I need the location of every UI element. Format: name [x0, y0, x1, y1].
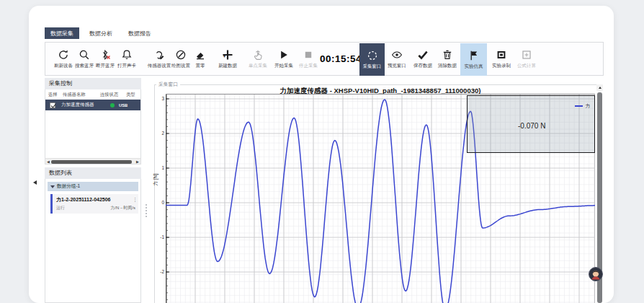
- data-item-status: 运行: [56, 205, 65, 211]
- check-icon: [417, 49, 429, 61]
- y-tick-label: 1: [156, 165, 164, 170]
- connection-status-dot: [110, 103, 115, 107]
- sensor-table-header: 选择传感器名称连接状态类型: [45, 89, 140, 100]
- open-soundcard-label: 打开声卡: [117, 63, 136, 69]
- chart-area: 采集窗口 力加速度传感器 - XHSP-V10HID_path_-1981348…: [153, 78, 604, 303]
- clear-data-label: 清除数据: [438, 63, 457, 69]
- tab-数据报告[interactable]: 数据报告: [122, 27, 157, 39]
- waveform-plot[interactable]: 力 -0.070 N 3210-1-2: [166, 94, 595, 303]
- data-item-title: 力1-2-20251112-042506: [56, 196, 135, 203]
- dashed-circle-icon: [367, 50, 378, 61]
- legend-line-icon: [575, 105, 583, 107]
- stop-collect-label: 停止采集: [299, 63, 318, 69]
- single-point-label: 单点采集: [249, 63, 267, 69]
- eye-icon: [391, 49, 403, 61]
- data-item-axes: 力/N－时间/s: [110, 205, 135, 211]
- zoom-selection-overlay[interactable]: 力 -0.070 N: [467, 95, 595, 153]
- group-label: 数据分组-1: [57, 183, 80, 190]
- cursor-value-readout: -0.070 N: [518, 122, 545, 130]
- tab-bar: 数据采集数据分析数据报告: [45, 27, 157, 39]
- open-soundcard-button[interactable]: 打开声卡: [111, 43, 143, 75]
- y-tick-label: 2: [156, 131, 164, 136]
- scroll-left-icon[interactable]: ◀: [45, 159, 51, 164]
- sensor-checkbox[interactable]: [50, 102, 55, 108]
- experiment-sim-button[interactable]: 实验仿真: [460, 43, 487, 76]
- bluetooth-off-icon: [99, 49, 111, 61]
- formula-calc-button[interactable]: 公式计算: [511, 43, 542, 75]
- eraser-icon: [194, 49, 206, 61]
- chart-legend: 力: [575, 102, 590, 110]
- experiment-sim-label: 实验仿真: [465, 63, 483, 70]
- search-icon: [79, 49, 90, 61]
- scroll-right-icon[interactable]: ▶: [135, 159, 140, 164]
- y-tick-label: -2: [156, 269, 164, 274]
- y-tick-label: 0: [156, 200, 164, 205]
- preview-window-label: 预览窗口: [388, 63, 406, 69]
- group-expand-icon[interactable]: [50, 185, 55, 188]
- sensor-icon: [153, 49, 165, 61]
- refresh-icon: [58, 49, 69, 61]
- column-header: 选择: [45, 92, 63, 98]
- column-header: 连接状态: [100, 92, 126, 98]
- column-header: 传感器名称: [63, 92, 100, 98]
- stop-icon: [303, 49, 314, 61]
- legend-label: 力: [585, 102, 590, 110]
- y-axis-label: 力 [N]: [152, 174, 159, 186]
- hscroll-thumb[interactable]: [51, 160, 132, 164]
- sensor-table: 选择传感器名称连接状态类型 力加速度传感器USB ◀ ▶: [45, 89, 141, 164]
- data-list-item[interactable]: 力1-2-20251112-042506运行力/N－时间/s⋮: [50, 194, 138, 214]
- splitter-grip-icon: [146, 204, 147, 217]
- clear-data-button[interactable]: 清除数据: [431, 43, 463, 75]
- experiment-record-label: 实验录制: [492, 63, 511, 69]
- sensor-type: USB: [119, 103, 128, 107]
- collection-panel-title: 采集控制: [45, 78, 141, 89]
- scroll-up-icon[interactable]: [596, 84, 603, 91]
- toolbar: 00:15:54 刷新设备搜索蓝牙断开蓝牙打开声卡传感器设置绘图设置置零▾新建数…: [45, 42, 604, 76]
- stop-collect-button[interactable]: 停止采集: [292, 43, 324, 75]
- save-data-label: 保存数据: [413, 63, 432, 69]
- play-icon: [278, 49, 290, 61]
- set-zero-label: 置零: [196, 63, 205, 69]
- new-data-label: 新建数据: [218, 63, 237, 69]
- start-collect-label: 开始采集: [274, 63, 293, 69]
- sensor-row[interactable]: 力加速度传感器USB: [45, 100, 140, 110]
- assistant-avatar-button[interactable]: [589, 267, 603, 281]
- screen-icon: [496, 49, 507, 61]
- plus-icon: [222, 49, 233, 61]
- avatar-icon: [589, 267, 603, 281]
- collapse-arrow-icon: [33, 180, 37, 185]
- data-group-header[interactable]: 数据分组-1: [48, 182, 138, 191]
- formula-calc-label: 公式计算: [517, 63, 536, 69]
- new-data-button[interactable]: 新建数据: [212, 43, 243, 75]
- trash-icon: [442, 49, 453, 61]
- collection-control-panel: 采集控制 选择传感器名称连接状态类型 力加速度传感器USB ◀ ▶: [45, 78, 141, 164]
- flag-icon: [468, 50, 480, 61]
- formula-icon: [521, 49, 532, 61]
- tab-数据采集[interactable]: 数据采集: [45, 27, 79, 39]
- sensor-table-hscrollbar[interactable]: ◀ ▶: [45, 158, 140, 164]
- column-header: 类型: [126, 92, 141, 98]
- sensor-name: 力加速度传感器: [61, 102, 103, 108]
- y-tick-label: -1: [156, 234, 164, 240]
- panel-splitter[interactable]: [141, 78, 153, 303]
- sidebar-collapse-handle[interactable]: [32, 179, 38, 186]
- app-window: 数据采集数据分析数据报告 00:15:54 刷新设备搜索蓝牙断开蓝牙打开声卡传感…: [29, 6, 614, 303]
- data-list-title: 数据列表: [45, 167, 141, 179]
- y-tick-label: 3: [156, 96, 164, 101]
- item-more-icon[interactable]: ⋮: [133, 197, 138, 203]
- bell-icon: [121, 49, 133, 61]
- chart-groupbox-label: 采集窗口: [156, 81, 180, 88]
- data-list-panel: 数据列表 数据分组-1力1-2-20251112-042506运行力/N－时间/…: [45, 167, 141, 303]
- collect-window-label: 采集窗口: [363, 63, 382, 70]
- tab-数据分析[interactable]: 数据分析: [84, 27, 118, 39]
- touch-icon: [252, 49, 264, 61]
- collect-timer: 00:15:54: [320, 51, 362, 67]
